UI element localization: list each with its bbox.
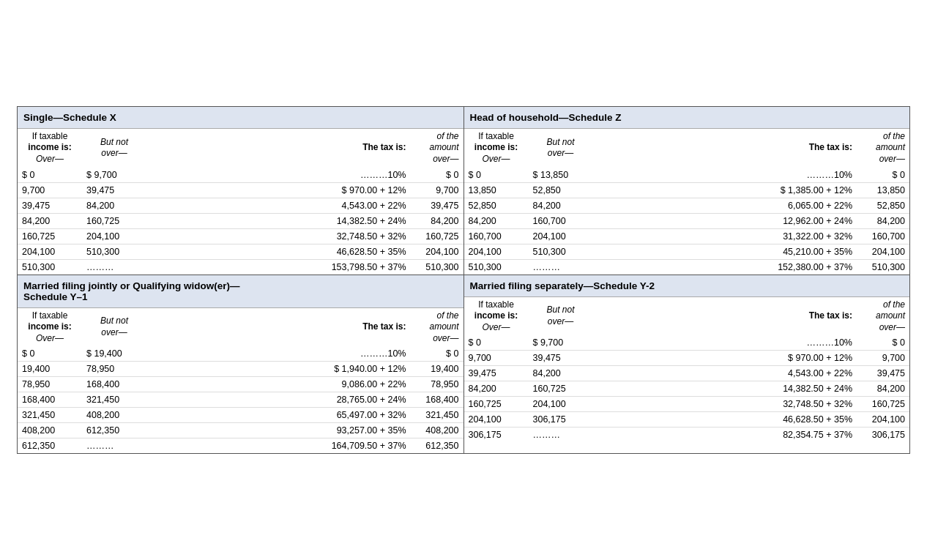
cell-tax: ………10% bbox=[593, 168, 857, 183]
schedule-y2-cell: Married filing separately—Schedule Y-2 I… bbox=[464, 275, 910, 454]
table-row: 84,200 160,725 14,382.50 + 24% 84,200 bbox=[18, 213, 464, 228]
schedule-y2-header-row: Married filing separately—Schedule Y-2 bbox=[464, 275, 910, 297]
cell-but-not: ……… bbox=[82, 438, 146, 454]
schedule-x-cell: Single—Schedule X If taxable income is: … bbox=[18, 106, 464, 275]
schedule-z-title: Head of household—Schedule Z bbox=[464, 107, 910, 129]
cell-tax: ………10% bbox=[593, 335, 857, 351]
cell-tax: 14,382.50 + 24% bbox=[593, 381, 857, 397]
table-row: 160,725 204,100 32,748.50 + 32% 160,725 bbox=[464, 397, 910, 412]
cell-tax: $ 970.00 + 12% bbox=[593, 351, 857, 366]
cell-but-not: 78,950 bbox=[82, 362, 146, 377]
table-row: 39,475 84,200 4,543.00 + 22% 39,475 bbox=[464, 366, 910, 381]
table-row: 9,700 39,475 $ 970.00 + 12% 9,700 bbox=[18, 182, 464, 198]
schedule-z-cell: Head of household—Schedule Z If taxable … bbox=[464, 106, 910, 275]
col-header-over-y1: If taxable income is: Over— bbox=[18, 307, 82, 346]
table-row: 204,100 510,300 45,210.00 + 35% 204,100 bbox=[464, 244, 910, 259]
cell-over: 19,400 bbox=[18, 362, 82, 377]
table-row: 84,200 160,725 14,382.50 + 24% 84,200 bbox=[464, 381, 910, 397]
cell-but-not: ……… bbox=[529, 428, 593, 443]
cell-but-not: 321,450 bbox=[82, 392, 146, 408]
cell-of-the: 168,400 bbox=[411, 392, 464, 408]
cell-of-the: 321,450 bbox=[411, 408, 464, 423]
schedule-y1-header-row: Married filing jointly or Qualifying wid… bbox=[18, 275, 464, 308]
table-row: 52,850 84,200 6,065.00 + 22% 52,850 bbox=[464, 198, 910, 213]
col-header-over-z: If taxable income is: Over— bbox=[464, 128, 529, 167]
cell-of-the: 510,300 bbox=[857, 259, 909, 275]
cell-of-the: 204,100 bbox=[411, 244, 464, 259]
cell-over: 9,700 bbox=[464, 351, 529, 366]
table-row: $ 0 $ 13,850 ………10% $ 0 bbox=[464, 168, 910, 183]
cell-tax: 12,962.00 + 24% bbox=[593, 213, 857, 228]
cell-tax: 31,322.00 + 32% bbox=[593, 228, 857, 244]
cell-of-the: 9,700 bbox=[857, 351, 909, 366]
schedule-x-table: Single—Schedule X If taxable income is: … bbox=[18, 107, 464, 275]
cell-over: 510,300 bbox=[18, 259, 82, 275]
cell-over: 204,100 bbox=[18, 244, 82, 259]
schedule-x-data: $ 0 $ 9,700 ………10% $ 0 9,700 39,475 $ 97… bbox=[18, 168, 464, 275]
cell-over: 39,475 bbox=[18, 198, 82, 213]
table-row: 39,475 84,200 4,543.00 + 22% 39,475 bbox=[18, 198, 464, 213]
cell-of-the: 84,200 bbox=[411, 213, 464, 228]
schedule-y2-table: Married filing separately—Schedule Y-2 I… bbox=[464, 275, 910, 443]
cell-but-not: 408,200 bbox=[82, 408, 146, 423]
cell-over: $ 0 bbox=[464, 168, 529, 183]
table-row: $ 0 $ 19,400 ………10% $ 0 bbox=[18, 346, 464, 362]
table-row: $ 0 $ 9,700 ………10% $ 0 bbox=[18, 168, 464, 183]
cell-tax: 82,354.75 + 37% bbox=[593, 428, 857, 443]
cell-of-the: 204,100 bbox=[857, 412, 909, 428]
table-row: 19,400 78,950 $ 1,940.00 + 12% 19,400 bbox=[18, 362, 464, 377]
cell-but-not: 160,725 bbox=[82, 213, 146, 228]
col-header-tax-y2: The tax is: bbox=[593, 296, 857, 335]
schedule-y1-data: $ 0 $ 19,400 ………10% $ 0 19,400 78,950 $ … bbox=[18, 346, 464, 453]
cell-of-the: $ 0 bbox=[857, 168, 909, 183]
cell-but-not: $ 13,850 bbox=[529, 168, 593, 183]
cell-but-not: 204,100 bbox=[529, 228, 593, 244]
cell-tax: 4,543.00 + 22% bbox=[146, 198, 411, 213]
col-header-ofthe-y1: of theamountover— bbox=[411, 307, 464, 346]
col-header-over-x: If taxable income is: Over— bbox=[18, 128, 82, 167]
cell-but-not: 306,175 bbox=[529, 412, 593, 428]
cell-over: 160,725 bbox=[18, 228, 82, 244]
cell-but-not: ……… bbox=[82, 259, 146, 275]
cell-tax: 28,765.00 + 24% bbox=[146, 392, 411, 408]
cell-over: 510,300 bbox=[464, 259, 529, 275]
cell-tax: 6,065.00 + 22% bbox=[593, 198, 857, 213]
cell-of-the: $ 0 bbox=[411, 168, 464, 183]
cell-over: 160,700 bbox=[464, 228, 529, 244]
cell-over: $ 0 bbox=[18, 346, 82, 362]
cell-of-the: $ 0 bbox=[411, 346, 464, 362]
cell-over: 204,100 bbox=[464, 412, 529, 428]
cell-of-the: 9,700 bbox=[411, 182, 464, 198]
col-header-butnot-y1: But not over— bbox=[82, 307, 146, 346]
cell-of-the: 13,850 bbox=[857, 182, 909, 198]
tax-schedule-table: Single—Schedule X If taxable income is: … bbox=[17, 106, 910, 455]
cell-but-not: 204,100 bbox=[529, 397, 593, 412]
cell-over: $ 0 bbox=[18, 168, 82, 183]
cell-tax: 45,210.00 + 35% bbox=[593, 244, 857, 259]
col-header-butnot-x: But not over— bbox=[82, 128, 146, 167]
cell-of-the: 52,850 bbox=[857, 198, 909, 213]
cell-of-the: 39,475 bbox=[857, 366, 909, 381]
cell-but-not: 160,700 bbox=[529, 213, 593, 228]
col-header-ofthe-x: of theamountover— bbox=[411, 128, 464, 167]
col-header-butnot-y2: But not over— bbox=[529, 296, 593, 335]
cell-of-the: 160,700 bbox=[857, 228, 909, 244]
cell-over: $ 0 bbox=[464, 335, 529, 351]
cell-of-the: 160,725 bbox=[411, 228, 464, 244]
table-row: 84,200 160,700 12,962.00 + 24% 84,200 bbox=[464, 213, 910, 228]
cell-over: 204,100 bbox=[464, 244, 529, 259]
schedule-z-header-row: Head of household—Schedule Z bbox=[464, 107, 910, 129]
cell-of-the: 204,100 bbox=[857, 244, 909, 259]
schedule-x-title: Single—Schedule X bbox=[18, 107, 464, 129]
schedule-y2-title: Married filing separately—Schedule Y-2 bbox=[464, 275, 910, 297]
cell-over: 13,850 bbox=[464, 182, 529, 198]
schedule-x-header-row: Single—Schedule X bbox=[18, 107, 464, 129]
cell-of-the: 408,200 bbox=[411, 423, 464, 438]
schedule-x-col-headers: If taxable income is: Over— But not over… bbox=[18, 128, 464, 167]
cell-over: 78,950 bbox=[18, 377, 82, 392]
cell-but-not: $ 9,700 bbox=[529, 335, 593, 351]
cell-but-not: 168,400 bbox=[82, 377, 146, 392]
col-header-tax-x: The tax is: bbox=[146, 128, 411, 167]
cell-over: 408,200 bbox=[18, 423, 82, 438]
cell-of-the: 510,300 bbox=[411, 259, 464, 275]
